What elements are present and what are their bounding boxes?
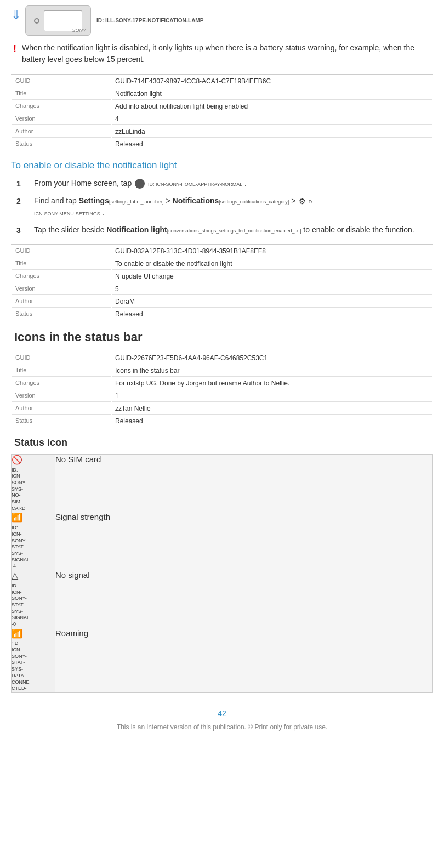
row-label: Changes bbox=[12, 271, 111, 282]
status-icon-symbol: 📶 bbox=[12, 512, 55, 524]
status-icon-cell: 📶"ID: ICN- SONY- STAT- SYS- DATA- CONNE … bbox=[12, 628, 55, 692]
row-label: Changes bbox=[12, 378, 111, 389]
step-2-id3: ID: bbox=[307, 199, 314, 205]
row-value: 1 bbox=[112, 390, 432, 402]
section-heading-status-icon: Status icon bbox=[11, 437, 433, 449]
home-apptray-icon bbox=[135, 179, 145, 189]
status-icon-symbol: 📶 bbox=[12, 628, 55, 640]
status-icon-label: ID: ICN- SONY- STAT- SYS- SIGNAL -4 bbox=[12, 525, 30, 569]
step-3-id: [conversations_strings_settings_led_noti… bbox=[167, 228, 301, 234]
page-number: 42 bbox=[11, 709, 433, 718]
status-icon-description: Roaming bbox=[55, 628, 433, 692]
status-icon-label: ID: ICN- SONY- SYS- NO- SIM- CARD bbox=[12, 467, 27, 511]
row-value: Released bbox=[112, 309, 432, 320]
status-icon-table: 🚫ID: ICN- SONY- SYS- NO- SIM- CARDNo SIM… bbox=[11, 454, 433, 693]
step-2-id3b: ICN-SONY-MENU-SETTINGS bbox=[34, 211, 100, 217]
status-icon-row: 📶"ID: ICN- SONY- STAT- SYS- DATA- CONNE … bbox=[12, 628, 433, 692]
status-icon-symbol: △ bbox=[12, 570, 55, 582]
step-1-id: ID: ICN-SONY-HOME-APPTRAY-NORMAL bbox=[148, 181, 242, 187]
step-1: From your Home screen, tap ID: ICN-SONY-… bbox=[16, 178, 433, 190]
table-row: StatusReleased bbox=[12, 139, 432, 150]
row-value: Add info about notification light being … bbox=[112, 101, 432, 112]
footer-text: This is an internet version of this publ… bbox=[11, 723, 433, 731]
table-row: Version1 bbox=[12, 390, 432, 402]
status-icon-cell: 🚫ID: ICN- SONY- SYS- NO- SIM- CARD bbox=[12, 454, 55, 512]
table-row: GUIDGUID-032A12F8-313C-4D01-8944-3591B1A… bbox=[12, 246, 432, 257]
row-label: Author bbox=[12, 403, 111, 415]
table-row: AuthorzzLuLinda bbox=[12, 126, 432, 138]
top-image-area: ⇓ SONY ID: ILL-SONY-17PE-NOTIFICATION-LA… bbox=[11, 5, 433, 36]
row-value: For nxtstp UG. Done by Jorgen but rename… bbox=[112, 378, 432, 389]
row-value: Notification light bbox=[112, 88, 432, 100]
row-value: To enable or disable the notification li… bbox=[112, 258, 432, 270]
table-row: Version5 bbox=[12, 283, 432, 295]
table-row: AuthorzzTan Nellie bbox=[12, 403, 432, 415]
row-label: Author bbox=[12, 296, 111, 308]
step-1-text: From your Home screen, tap ID: ICN-SONY-… bbox=[34, 178, 433, 189]
step-2-id1: [settings_label_launcher] bbox=[109, 199, 164, 205]
row-label: Changes bbox=[12, 101, 111, 112]
status-icon-description: No signal bbox=[55, 570, 433, 628]
row-value: Released bbox=[112, 416, 432, 427]
section-heading-2: Icons in the status bar bbox=[11, 330, 433, 344]
table-row: StatusReleased bbox=[12, 416, 432, 427]
row-label: Title bbox=[12, 88, 111, 100]
table-row: StatusReleased bbox=[12, 309, 432, 320]
status-icon-symbol: 🚫 bbox=[12, 455, 55, 466]
info-table-1: GUIDGUID-714E4307-9897-4CC8-ACA1-C7E19B4… bbox=[11, 74, 433, 151]
row-value: GUID-714E4307-9897-4CC8-ACA1-C7E19B4EEB6… bbox=[112, 76, 432, 87]
row-label: Title bbox=[12, 258, 111, 270]
row-value: 4 bbox=[112, 114, 432, 125]
warning-block: ! When the notification light is disable… bbox=[11, 42, 433, 65]
table-row: ChangesAdd info about notification light… bbox=[12, 101, 432, 112]
row-label: GUID bbox=[12, 76, 111, 87]
row-label: Version bbox=[12, 114, 111, 125]
row-value: zzTan Nellie bbox=[112, 403, 432, 415]
warning-text: When the notification light is disabled,… bbox=[22, 42, 433, 65]
table-row: TitleTo enable or disable the notificati… bbox=[12, 258, 432, 270]
row-value: GUID-032A12F8-313C-4D01-8944-3591B1AF8EF… bbox=[112, 246, 432, 257]
row-value: 5 bbox=[112, 283, 432, 295]
table-row: GUIDGUID-714E4307-9897-4CC8-ACA1-C7E19B4… bbox=[12, 76, 432, 87]
row-value: Icons in the status bar bbox=[112, 365, 432, 377]
row-value: Released bbox=[112, 139, 432, 150]
info-table-3: GUIDGUID-22676E23-F5D6-4AA4-96AF-C646852… bbox=[11, 351, 433, 428]
gear-icon: ⚙ bbox=[299, 196, 306, 207]
settings-label: Settings bbox=[79, 196, 109, 205]
device-id-label: ID: ILL-SONY-17PE-NOTIFICATION-LAMP bbox=[96, 18, 203, 24]
table-row: ChangesN update UI change bbox=[12, 271, 432, 282]
device-image: SONY bbox=[25, 5, 91, 36]
warning-icon: ! bbox=[13, 43, 16, 55]
row-label: Status bbox=[12, 139, 111, 150]
table-row: Version4 bbox=[12, 114, 432, 125]
step-3: Tap the slider beside Notification light… bbox=[16, 224, 433, 236]
row-value: DoraM bbox=[112, 296, 432, 308]
status-icon-description: No SIM card bbox=[55, 454, 433, 512]
step-2-text: Find and tap Settings[settings_label_lau… bbox=[34, 195, 433, 219]
step-3-text: Tap the slider beside Notification light… bbox=[34, 224, 433, 236]
status-icon-description: Signal strength bbox=[55, 512, 433, 570]
row-label: Status bbox=[12, 309, 111, 320]
table-row: GUIDGUID-22676E23-F5D6-4AA4-96AF-C646852… bbox=[12, 353, 432, 364]
row-label: Version bbox=[12, 390, 111, 402]
status-icon-row: 🚫ID: ICN- SONY- SYS- NO- SIM- CARDNo SIM… bbox=[12, 454, 433, 512]
table-row: TitleIcons in the status bar bbox=[12, 365, 432, 377]
status-icon-cell: △ID: ICN- SONY- STAT- SYS- SIGNAL -0 bbox=[12, 570, 55, 628]
row-label: Title bbox=[12, 365, 111, 377]
arrow-down-icon: ⇓ bbox=[11, 8, 21, 22]
step-2-id2: [settings_notifications_category] bbox=[219, 199, 289, 205]
section-heading-1: To enable or disable the notification li… bbox=[11, 160, 433, 171]
row-label: Status bbox=[12, 416, 111, 427]
status-icon-label: ID: ICN- SONY- STAT- SYS- SIGNAL -0 bbox=[12, 583, 30, 627]
row-label: Author bbox=[12, 126, 111, 138]
device-dot bbox=[34, 18, 39, 24]
row-value: N update UI change bbox=[112, 271, 432, 282]
row-label: GUID bbox=[12, 246, 111, 257]
row-label: GUID bbox=[12, 353, 111, 364]
status-icon-label: "ID: ICN- SONY- STAT- SYS- DATA- CONNE C… bbox=[12, 640, 30, 691]
info-table-2: GUIDGUID-032A12F8-313C-4D01-8944-3591B1A… bbox=[11, 244, 433, 321]
row-value: zzLuLinda bbox=[112, 126, 432, 138]
notifications-label: Notifications bbox=[173, 196, 219, 205]
row-value: GUID-22676E23-F5D6-4AA4-96AF-C646852C53C… bbox=[112, 353, 432, 364]
step-2: Find and tap Settings[settings_label_lau… bbox=[16, 195, 433, 219]
